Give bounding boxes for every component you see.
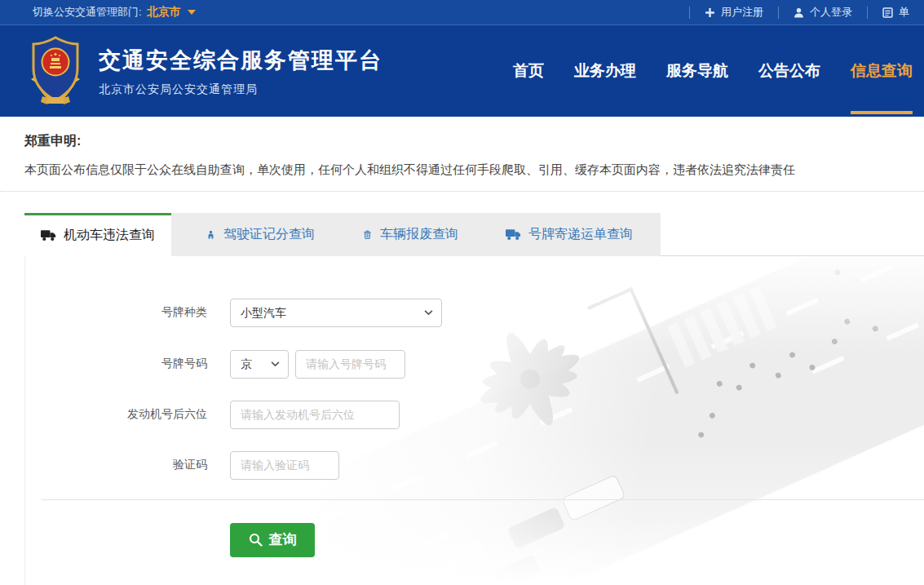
plus-icon: [705, 7, 715, 18]
statement-block: 郑重申明: 本页面公布信息仅限于公众在线自助查询，单次使用，任何个人和组织不得通…: [0, 117, 924, 179]
plate-type-select[interactable]: 小型汽车: [230, 299, 442, 327]
nav-label: 业务办理: [574, 60, 636, 82]
tab-label: 机动车违法查询: [64, 227, 155, 244]
region-value: 北京市: [147, 5, 181, 20]
statement-body: 本页面公布信息仅限于公众在线自助查询，单次使用，任何个人和组织不得通过任何手段爬…: [24, 161, 900, 179]
query-tabs: 机动车违法查询 驾驶证记分查询 车辆报废查询 号牌寄递运单查询: [24, 213, 661, 256]
search-icon: [249, 533, 263, 547]
nav-home[interactable]: 首页: [513, 25, 544, 117]
query-form-panel: 号牌种类 小型汽车 号牌号码 京 发动机号后六位 验证码: [24, 256, 924, 585]
tab-label: 车辆报废查询: [380, 226, 458, 243]
query-button-label: 查询: [269, 530, 297, 549]
statement-title: 郑重申明:: [24, 133, 900, 150]
nav-underline-active: [851, 111, 913, 114]
tab-label: 驾驶证记分查询: [223, 226, 315, 243]
nav-label: 服务导航: [666, 60, 728, 82]
query-button[interactable]: 查询: [230, 523, 315, 557]
nav-label: 信息查询: [851, 60, 913, 82]
plate-type-select-wrap: 小型汽车: [230, 299, 442, 327]
topbar-links: 用户注册 个人登录 单: [689, 0, 924, 24]
truck-icon: [506, 228, 521, 241]
region-switcher[interactable]: 切换公安交通管理部门: 北京市: [33, 5, 196, 20]
site-subtitle: 北京市公安局公安交通管理局: [99, 82, 382, 97]
tab-driver-license-points-query[interactable]: 驾驶证记分查询: [192, 213, 328, 256]
plate-number-row: 号牌号码 京: [25, 350, 405, 379]
unit-login-link[interactable]: 单: [868, 5, 924, 20]
page: 切换公安交通管理部门: 北京市 用户注册 个人登录 单: [0, 0, 924, 585]
nav-label: 公告公布: [758, 60, 820, 82]
top-utility-bar: 切换公安交通管理部门: 北京市 用户注册 个人登录 单: [0, 0, 924, 25]
site-titles: 交通安全综合服务管理平台 北京市公安局公安交通管理局: [99, 46, 382, 97]
plate-type-row: 号牌种类 小型汽车: [25, 299, 442, 327]
captcha-row: 验证码: [25, 451, 339, 480]
trash-icon: [362, 228, 373, 241]
tab-plate-delivery-waybill-query[interactable]: 号牌寄递运单查询: [493, 213, 646, 256]
personal-login-label: 个人登录: [810, 5, 852, 20]
nav-label: 首页: [513, 60, 544, 82]
tab-vehicle-scrap-query[interactable]: 车辆报废查询: [349, 213, 471, 256]
engine-number-label: 发动机号后六位: [25, 407, 207, 422]
plate-number-label: 号牌号码: [25, 357, 207, 371]
plate-type-label: 号牌种类: [25, 305, 207, 320]
dotted-separator: [0, 191, 924, 192]
truck-icon: [41, 229, 56, 242]
nav-info-query[interactable]: 信息查询: [851, 25, 913, 117]
caret-down-icon: [188, 10, 196, 15]
tab-vehicle-violation-query[interactable]: 机动车违法查询: [24, 213, 171, 256]
region-switch-label: 切换公安交通管理部门:: [33, 5, 142, 20]
site-title: 交通安全综合服务管理平台: [99, 46, 382, 75]
personal-login-link[interactable]: 个人登录: [779, 5, 867, 20]
captcha-label: 验证码: [25, 458, 207, 472]
nav-service-guide[interactable]: 服务导航: [666, 25, 728, 117]
captcha-input[interactable]: [230, 451, 339, 480]
register-label: 用户注册: [721, 5, 763, 20]
form-separator-line: [42, 499, 924, 500]
tabbar-row: 机动车违法查询 驾驶证记分查询 车辆报废查询 号牌寄递运单查询: [0, 213, 924, 256]
nav-announcements[interactable]: 公告公布: [758, 25, 820, 117]
police-badge-logo: [24, 33, 86, 109]
plate-prefix-select-wrap: 京: [230, 350, 289, 379]
person-icon: [206, 228, 216, 241]
unit-icon: [882, 7, 893, 18]
nav-business[interactable]: 业务办理: [574, 25, 636, 117]
main-nav: 首页 业务办理 服务导航 公告公布 信息查询: [513, 25, 924, 117]
main-header: 交通安全综合服务管理平台 北京市公安局公安交通管理局 首页 业务办理 服务导航 …: [0, 25, 924, 117]
plate-number-input[interactable]: [295, 350, 405, 379]
register-link[interactable]: 用户注册: [690, 5, 778, 20]
engine-number-input[interactable]: [230, 401, 400, 429]
unit-login-label: 单: [899, 5, 909, 20]
engine-number-row: 发动机号后六位: [25, 401, 400, 429]
user-icon: [794, 7, 804, 18]
plate-prefix-select[interactable]: 京: [230, 350, 289, 379]
tab-label: 号牌寄递运单查询: [528, 226, 633, 243]
